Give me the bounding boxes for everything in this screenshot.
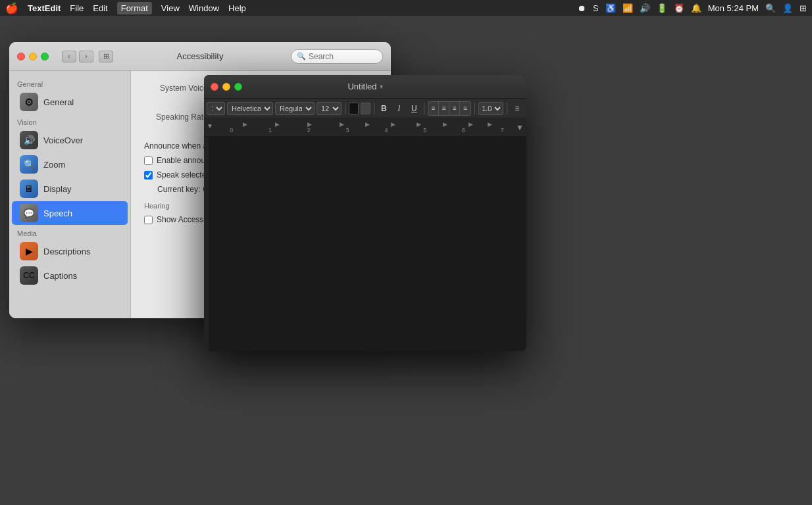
volume-icon: 🔊 bbox=[640, 3, 650, 13]
user-icon[interactable]: 👤 bbox=[782, 3, 793, 13]
ruler-mark-3: 3 bbox=[346, 127, 349, 133]
te-titlebar: Untitled ▾ bbox=[204, 75, 526, 99]
te-traffic-lights bbox=[211, 83, 242, 91]
ruler-tabstop-9[interactable]: ▶ bbox=[469, 121, 473, 128]
ruler-end-arrow[interactable]: ▼ bbox=[516, 123, 524, 132]
align-right-button[interactable]: ≡ bbox=[449, 102, 460, 115]
menu-window[interactable]: Window bbox=[189, 3, 219, 13]
te-editor[interactable] bbox=[209, 137, 526, 351]
sidebar-label-zoom: Zoom bbox=[43, 160, 65, 170]
menubar-right: ⏺ S ♿ 📶 🔊 🔋 ⏰ 🔔 Mon 5:24 PM 🔍 👤 ⊞ bbox=[578, 3, 807, 13]
current-key-label: Current key: bbox=[157, 185, 200, 194]
sidebar-label-descriptions: Descriptions bbox=[43, 247, 91, 256]
sidebar-item-speech[interactable]: 💬 Speech bbox=[12, 201, 128, 225]
menubar: 🍎 TextEdit File Edit Format View Window … bbox=[0, 0, 812, 16]
menubar-left: 🍎 TextEdit File Edit Format View Window … bbox=[5, 2, 246, 14]
speaking-rate-label: Speaking Rate: bbox=[144, 112, 210, 122]
divider-2 bbox=[374, 103, 374, 114]
sidebar-item-display[interactable]: 🖥 Display bbox=[12, 177, 128, 201]
sidebar-label-speech: Speech bbox=[43, 208, 72, 218]
search-icon[interactable]: 🔍 bbox=[765, 3, 776, 13]
italic-button[interactable]: I bbox=[392, 102, 405, 115]
menu-edit[interactable]: Edit bbox=[93, 3, 107, 13]
te-minimize-button[interactable] bbox=[222, 83, 230, 91]
sidebar-item-descriptions[interactable]: ▶ Descriptions bbox=[12, 239, 128, 263]
zoom-icon: 🔍 bbox=[20, 155, 38, 174]
line-spacing-select[interactable]: 1.0 bbox=[478, 102, 503, 115]
descriptions-icon: ▶ bbox=[20, 242, 38, 260]
display-icon: 🖥 bbox=[20, 180, 38, 198]
panel-search[interactable]: 🔍 bbox=[291, 49, 383, 64]
te-left-margin bbox=[204, 137, 209, 351]
speak-selected-checkbox[interactable] bbox=[144, 171, 153, 180]
skype-icon: S bbox=[593, 3, 599, 13]
list-format-button[interactable]: ≡ bbox=[511, 102, 524, 115]
bold-button[interactable]: B bbox=[377, 102, 390, 115]
style-select[interactable]: Regular bbox=[275, 102, 315, 115]
menu-view[interactable]: View bbox=[161, 3, 180, 13]
panel-titlebar: ‹ › ⊞ Accessibility 🔍 bbox=[9, 42, 391, 71]
ruler-mark-1: 1 bbox=[268, 127, 272, 133]
underline-button[interactable]: U bbox=[407, 102, 420, 115]
apple-menu[interactable]: 🍎 bbox=[5, 2, 18, 14]
ruler-tabstop-6[interactable]: ▶ bbox=[391, 121, 395, 128]
voiceover-icon: 🔊 bbox=[20, 131, 38, 149]
ruler-mark-0: 0 bbox=[230, 127, 233, 133]
maximize-button[interactable] bbox=[41, 53, 49, 60]
size-select[interactable]: 12 bbox=[317, 102, 342, 115]
align-center-button[interactable]: ≡ bbox=[439, 102, 449, 115]
app-name[interactable]: TextEdit bbox=[28, 3, 61, 13]
enable-announce-checkbox[interactable] bbox=[144, 156, 153, 165]
font-select[interactable]: Helvetica bbox=[227, 102, 273, 115]
battery-icon: 🔋 bbox=[657, 3, 667, 13]
record-icon: ⏺ bbox=[578, 3, 586, 13]
forward-button[interactable]: › bbox=[79, 51, 93, 62]
te-maximize-button[interactable] bbox=[234, 83, 242, 91]
speech-icon: 💬 bbox=[20, 204, 38, 222]
sidebar-item-voiceover[interactable]: 🔊 VoiceOver bbox=[12, 128, 128, 152]
ruler-tab-down[interactable]: ▼ bbox=[207, 122, 213, 130]
minimize-button[interactable] bbox=[29, 53, 37, 60]
sidebar-item-captions[interactable]: CC Captions bbox=[12, 264, 128, 287]
wifi-icon: 📶 bbox=[622, 3, 633, 13]
fg-color-box[interactable] bbox=[349, 103, 359, 114]
sidebar-section-media: Media bbox=[9, 226, 130, 239]
menu-help[interactable]: Help bbox=[228, 3, 246, 13]
menu-format[interactable]: Format bbox=[117, 2, 152, 14]
ruler-mark-4: 4 bbox=[384, 127, 388, 133]
panel-sidebar: General ⚙ General Vision 🔊 VoiceOver 🔍 Z… bbox=[9, 71, 131, 318]
te-title-chevron: ▾ bbox=[380, 83, 383, 90]
align-left-button[interactable]: ≡ bbox=[428, 102, 439, 115]
ruler-tabstop-3[interactable]: ▶ bbox=[307, 121, 312, 128]
list-select[interactable]: 1 bbox=[207, 102, 225, 115]
ruler-mark-5: 5 bbox=[423, 127, 426, 133]
control-center-icon[interactable]: ⊞ bbox=[799, 3, 807, 13]
search-icon: 🔍 bbox=[297, 52, 306, 60]
ruler-tabstop-1[interactable]: ▶ bbox=[243, 121, 247, 128]
panel-title: Accessibility bbox=[177, 51, 224, 61]
time-machine-icon: ⏰ bbox=[674, 3, 684, 13]
ruler-tabstop-8[interactable]: ▶ bbox=[443, 121, 447, 128]
menu-file[interactable]: File bbox=[70, 3, 84, 13]
ruler-tabstop-5[interactable]: ▶ bbox=[365, 121, 370, 128]
bg-color-box[interactable] bbox=[361, 103, 370, 114]
system-voice-label: System Voice: bbox=[144, 84, 210, 93]
back-button[interactable]: ‹ bbox=[62, 51, 76, 62]
ruler-tabstop-2[interactable]: ▶ bbox=[275, 121, 280, 128]
sidebar-item-zoom[interactable]: 🔍 Zoom bbox=[12, 153, 128, 176]
ruler-tabstop-7[interactable]: ▶ bbox=[417, 121, 421, 128]
close-button[interactable] bbox=[17, 53, 25, 60]
te-title: Untitled ▾ bbox=[347, 82, 382, 91]
panel-nav: ‹ › bbox=[62, 51, 93, 62]
divider-1 bbox=[345, 103, 345, 114]
te-body bbox=[204, 137, 526, 351]
show-accessibility-checkbox[interactable] bbox=[144, 216, 153, 224]
sidebar-item-general[interactable]: ⚙ General bbox=[12, 90, 128, 114]
te-close-button[interactable] bbox=[211, 83, 218, 91]
ruler-mark-2: 2 bbox=[307, 127, 311, 133]
ruler-tabstop-10[interactable]: ▶ bbox=[488, 121, 492, 128]
ruler-tabstop-4[interactable]: ▶ bbox=[340, 121, 344, 128]
grid-button[interactable]: ⊞ bbox=[99, 51, 113, 62]
align-justify-button[interactable]: ≡ bbox=[460, 102, 470, 115]
search-input[interactable] bbox=[309, 52, 377, 61]
